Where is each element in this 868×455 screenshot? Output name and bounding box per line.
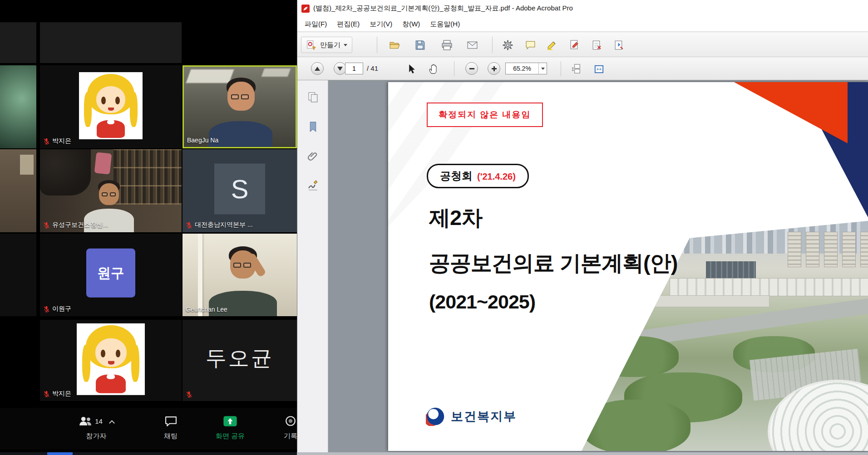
email-icon: [467, 39, 478, 51]
toolbar-separator: [492, 37, 493, 53]
video-tile[interactable]: 두오균: [182, 320, 297, 401]
participant-monogram: S: [214, 163, 265, 214]
muted-mic-icon: [43, 138, 50, 145]
chat-icon: [165, 416, 177, 427]
gear-icon: [502, 39, 513, 51]
muted-mic-icon: [186, 391, 192, 398]
participant-name: BaegJu Na: [187, 137, 218, 144]
zoom-dropdown[interactable]: [538, 63, 547, 74]
chat-label: 채팅: [164, 432, 178, 440]
menu-edit[interactable]: 편집(E): [332, 18, 365, 31]
select-tool-button[interactable]: [403, 61, 419, 77]
participant-name-tag: 박지은: [43, 390, 71, 398]
participant-name-tag: 박지은: [43, 137, 71, 145]
scrolling-mode-icon: [572, 64, 583, 75]
video-tile[interactable]: Geunchan Lee: [182, 234, 297, 316]
bookmarks-icon: [307, 121, 319, 133]
participants-button[interactable]: 14 참가자: [68, 414, 124, 440]
video-tile[interactable]: 박지은: [40, 65, 182, 148]
video-tile[interactable]: 박지은: [40, 320, 182, 401]
hand-tool-button[interactable]: [425, 61, 441, 77]
video-tile-cutoff-top: [40, 22, 182, 63]
fit-width-button[interactable]: [591, 61, 607, 77]
taskbar-active-app[interactable]: [47, 452, 73, 455]
menu-file[interactable]: 파일(F): [300, 18, 332, 31]
participant-name-tag: Geunchan Lee: [186, 306, 227, 313]
chevron-down-icon: [344, 44, 347, 46]
video-tile-cutoff-top: [0, 22, 36, 63]
forms-icon: [591, 39, 602, 51]
settings-button[interactable]: [499, 37, 516, 53]
toolbar-separator: [454, 61, 454, 76]
bookmarks-button[interactable]: [305, 119, 321, 134]
attachments-button[interactable]: [305, 148, 321, 164]
menu-window[interactable]: 창(W): [397, 18, 425, 31]
zoom-out-button[interactable]: [465, 62, 478, 75]
document-canvas[interactable]: 확정되지 않은 내용임 공청회 ('21.4.26) 제2차 공공보건의료 기본…: [328, 80, 868, 452]
video-tile-partial[interactable]: [0, 234, 36, 316]
participant-name: Geunchan Lee: [186, 306, 227, 313]
page-number-input[interactable]: [345, 63, 363, 74]
share-screen-button[interactable]: 화면 공유: [205, 414, 255, 440]
pdf-file-icon: [301, 5, 310, 13]
hand-tool-icon: [428, 64, 439, 75]
participant-name: 박지은: [52, 137, 71, 145]
participants-icon: [79, 415, 92, 427]
ministry-name: 보건복지부: [451, 408, 517, 425]
taskbar-right: [297, 452, 868, 455]
scrolling-mode-button[interactable]: [569, 61, 585, 77]
record-button[interactable]: 기록: [272, 414, 297, 440]
signatures-button[interactable]: [305, 178, 321, 193]
video-tile-active-speaker[interactable]: BaegJu Na: [182, 65, 297, 148]
open-folder-icon: [389, 39, 400, 51]
chevron-down-icon: [541, 68, 545, 70]
hearing-badge-title: 공청회: [440, 169, 473, 183]
window-title: (별첨)_제2차_공공보건의료_기본계획(안)_공청회_발표_자료.pdf - …: [313, 4, 573, 13]
create-pdf-icon: [306, 39, 317, 50]
participant-name-tag: 대전충남지역본부 ...: [186, 221, 253, 229]
cartoon-avatar: [77, 323, 145, 395]
navigation-pane: [297, 80, 328, 452]
create-pdf-button[interactable]: 만들기: [301, 37, 352, 53]
action-wizard-button[interactable]: [611, 37, 627, 53]
slide-title-line3: (2021~2025): [429, 291, 535, 313]
video-tile-partial[interactable]: [0, 65, 36, 148]
participants-count: 14: [95, 417, 103, 425]
plus-icon: [492, 66, 497, 71]
save-button[interactable]: [412, 37, 428, 53]
comment-button[interactable]: [522, 37, 538, 53]
participants-menu-caret[interactable]: [109, 420, 115, 426]
email-button[interactable]: [464, 37, 480, 53]
taskbar-sliver: [0, 452, 868, 455]
screen: 박지은 BaegJu Na: [0, 0, 868, 455]
participant-name-tag: 유성구보건소장신...: [43, 221, 108, 229]
page-thumbnails-button[interactable]: [305, 89, 321, 105]
zoom-level-select[interactable]: 65.2%: [505, 63, 547, 74]
hearing-badge-date: ('21.4.26): [477, 171, 516, 182]
cartoon-avatar: [79, 72, 143, 139]
open-file-button[interactable]: [386, 37, 403, 53]
chat-button[interactable]: 채팅: [157, 414, 185, 440]
muted-mic-icon: [186, 222, 192, 229]
previous-page-button[interactable]: [311, 62, 324, 75]
toolbar-separator: [561, 61, 561, 76]
share-screen-label: 화면 공유: [216, 432, 245, 440]
video-tile[interactable]: 원구 이원구: [40, 234, 182, 316]
menu-help[interactable]: 도움말(H): [425, 18, 465, 31]
zoom-in-button[interactable]: [488, 62, 500, 75]
fill-sign-button[interactable]: [566, 37, 582, 53]
print-button[interactable]: [439, 37, 455, 53]
forms-button[interactable]: [588, 37, 605, 53]
muted-mic-icon: [43, 222, 50, 229]
hearing-badge: 공청회 ('21.4.26): [427, 164, 529, 188]
video-tile[interactable]: S 대전충남지역본부 ...: [182, 149, 297, 232]
door-frame: [198, 234, 202, 316]
fit-width-icon: [593, 64, 605, 75]
video-tile-partial[interactable]: [0, 149, 36, 232]
taskbar-left: [0, 452, 297, 455]
next-page-button[interactable]: [334, 62, 346, 75]
video-tile[interactable]: 유성구보건소장신...: [40, 149, 182, 232]
menu-view[interactable]: 보기(V): [365, 18, 397, 31]
toolbar-separator: [377, 37, 377, 53]
highlight-button[interactable]: [543, 37, 560, 53]
